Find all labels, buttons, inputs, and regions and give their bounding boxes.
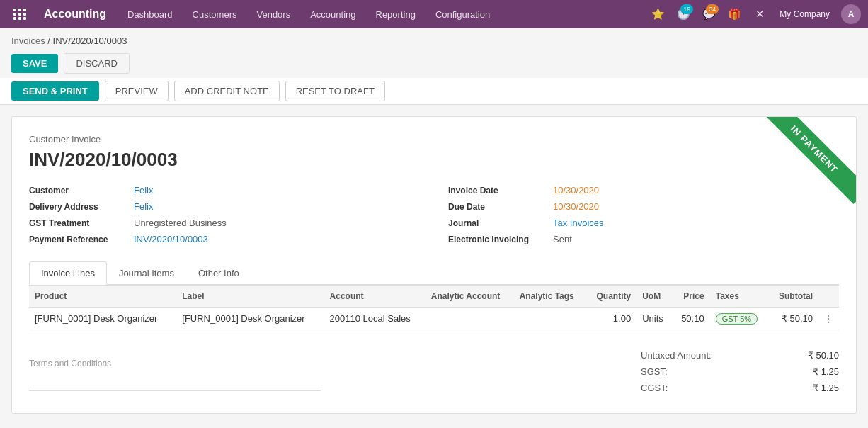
cell-quantity: 1.00 — [586, 308, 636, 330]
cell-analytic-account — [426, 308, 514, 330]
menu-customers[interactable]: Customers — [183, 0, 247, 28]
tab-other-info[interactable]: Other Info — [186, 261, 251, 285]
main-menu: Dashboard Customers Vendors Accounting R… — [118, 0, 646, 28]
col-product: Product — [29, 286, 176, 308]
electronic-invoicing-label: Electronic invoicing — [448, 235, 547, 244]
col-subtotal: Subtotal — [769, 286, 818, 308]
invoice-title-section: Customer Invoice INV/2020/10/0003 — [29, 134, 839, 171]
menu-vendors[interactable]: Vendors — [246, 0, 300, 28]
cell-subtotal: ₹ 50.10 — [769, 308, 818, 330]
gst-treatment-field-row: GST Treatment Unregistered Business — [29, 218, 420, 228]
invoice-date-label: Invoice Date — [448, 186, 547, 196]
payment-reference-field-row: Payment Reference INV/2020/10/0003 — [29, 234, 420, 244]
top-navigation: Accounting Dashboard Customers Vendors A… — [0, 0, 868, 28]
customer-field-row: Customer Felix — [29, 185, 420, 196]
invoice-fields: Customer Felix Delivery Address Felix GS… — [29, 185, 839, 244]
cgst-label: CGST: — [641, 383, 668, 393]
invoice-date-field-row: Invoice Date 10/30/2020 — [448, 185, 839, 196]
untaxed-value: ₹ 50.10 — [808, 350, 839, 361]
sgst-value: ₹ 1.25 — [813, 366, 839, 377]
journal-value[interactable]: Tax Invoices — [553, 218, 604, 228]
delivery-address-field-row: Delivery Address Felix — [29, 201, 420, 212]
clock-badge: 19 — [680, 4, 693, 14]
add-credit-note-button[interactable]: ADD CREDIT NOTE — [174, 81, 280, 101]
col-taxes: Taxes — [710, 286, 769, 308]
due-date-value: 10/30/2020 — [553, 201, 599, 212]
invoice-card: IN PAYMENT Customer Invoice INV/2020/10/… — [11, 116, 857, 414]
cell-analytic-tags — [514, 308, 586, 330]
breadcrumb-separator: / — [47, 35, 52, 46]
cell-uom: Units — [636, 308, 672, 330]
menu-reporting[interactable]: Reporting — [366, 0, 426, 28]
menu-configuration[interactable]: Configuration — [426, 0, 500, 28]
col-uom: UoM — [636, 286, 672, 308]
terms-input[interactable] — [29, 374, 321, 391]
star-icon-button[interactable]: ⭐ — [646, 3, 669, 26]
preview-button[interactable]: PREVIEW — [105, 81, 169, 101]
cell-product: [FURN_0001] Desk Organizer — [29, 308, 176, 330]
tab-invoice-lines[interactable]: Invoice Lines — [29, 261, 107, 285]
payment-reference-value[interactable]: INV/2020/10/0003 — [134, 234, 208, 244]
table-row[interactable]: [FURN_0001] Desk Organizer [FURN_0001] D… — [29, 308, 839, 330]
discard-button[interactable]: DISCARD — [64, 53, 130, 74]
invoice-tabs: Invoice Lines Journal Items Other Info — [29, 261, 839, 285]
main-content: IN PAYMENT Customer Invoice INV/2020/10/… — [0, 105, 868, 425]
menu-dashboard[interactable]: Dashboard — [118, 0, 183, 28]
col-analytic-account: Analytic Account — [426, 286, 514, 308]
cgst-value: ₹ 1.25 — [813, 383, 839, 393]
due-date-label: Due Date — [448, 202, 547, 212]
breadcrumb: Invoices / INV/2020/10/0003 — [0, 28, 868, 49]
journal-label: Journal — [448, 218, 547, 228]
cell-label: [FURN_0001] Desk Organizer — [176, 308, 324, 330]
tax-badge: GST 5% — [716, 313, 758, 325]
totals-section: Untaxed Amount: ₹ 50.10 SGST: ₹ 1.25 CGS… — [641, 347, 839, 396]
tab-journal-items[interactable]: Journal Items — [107, 261, 186, 285]
user-avatar[interactable]: A — [841, 4, 861, 24]
grid-icon — [13, 9, 27, 20]
breadcrumb-parent[interactable]: Invoices — [11, 35, 45, 46]
col-price: Price — [672, 286, 709, 308]
status-bar: SEND & PRINT PREVIEW ADD CREDIT NOTE RES… — [0, 78, 868, 105]
gst-treatment-value: Unregistered Business — [134, 218, 227, 228]
apps-menu-button[interactable] — [7, 0, 33, 28]
invoice-type-label: Customer Invoice — [29, 134, 839, 145]
chat-badge: 34 — [706, 4, 719, 14]
due-date-field-row: Due Date 10/30/2020 — [448, 201, 839, 212]
cell-price: 50.10 — [672, 308, 709, 330]
clock-icon-button[interactable]: 🕐 19 — [672, 3, 695, 26]
col-label: Label — [176, 286, 324, 308]
send-print-button[interactable]: SEND & PRINT — [11, 81, 99, 101]
invoice-date-value: 10/30/2020 — [553, 185, 599, 196]
cell-account: 200110 Local Sales — [324, 308, 426, 330]
company-name: My Company — [774, 9, 835, 19]
electronic-invoicing-value: Sent — [553, 234, 572, 244]
sgst-row: SGST: ₹ 1.25 — [641, 364, 839, 380]
customer-label: Customer — [29, 186, 128, 196]
col-quantity: Quantity — [586, 286, 636, 308]
brand-title: Accounting — [33, 8, 118, 21]
reset-to-draft-button[interactable]: RESET TO DRAFT — [285, 81, 385, 101]
cgst-row: CGST: ₹ 1.25 — [641, 380, 839, 396]
chat-icon-button[interactable]: 💬 34 — [697, 3, 720, 26]
invoice-lines-table: Product Label Account Analytic Account A… — [29, 285, 839, 330]
payment-reference-label: Payment Reference — [29, 235, 128, 244]
close-icon-button[interactable]: ✕ — [748, 3, 771, 26]
sgst-label: SGST: — [641, 366, 668, 377]
menu-accounting[interactable]: Accounting — [300, 0, 365, 28]
cell-taxes: GST 5% — [710, 308, 769, 330]
save-button[interactable]: SAVE — [11, 54, 58, 73]
totals-table: Untaxed Amount: ₹ 50.10 SGST: ₹ 1.25 CGS… — [641, 347, 839, 396]
delivery-address-value[interactable]: Felix — [134, 201, 153, 212]
untaxed-amount-row: Untaxed Amount: ₹ 50.10 — [641, 347, 839, 364]
journal-field-row: Journal Tax Invoices — [448, 218, 839, 228]
gift-icon-button[interactable]: 🎁 — [723, 3, 746, 26]
customer-value[interactable]: Felix — [134, 185, 153, 196]
nav-right-actions: ⭐ 🕐 19 💬 34 🎁 ✕ My Company A — [646, 3, 861, 26]
col-account: Account — [324, 286, 426, 308]
cell-row-menu[interactable]: ⋮ — [818, 308, 839, 330]
gst-treatment-label: GST Treatment — [29, 218, 128, 228]
col-analytic-tags: Analytic Tags — [514, 286, 586, 308]
delivery-address-label: Delivery Address — [29, 202, 128, 212]
terms-section: Terms and Conditions — [29, 353, 612, 391]
breadcrumb-current: INV/2020/10/0003 — [53, 35, 127, 46]
